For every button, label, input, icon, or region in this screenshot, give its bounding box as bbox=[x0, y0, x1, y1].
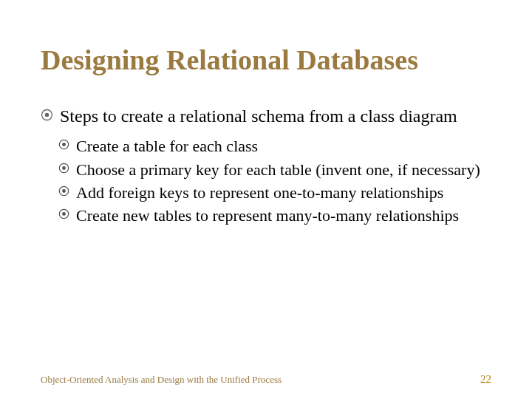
bullet-text: Create new tables to represent many-to-m… bbox=[76, 206, 459, 225]
target-bullet-icon bbox=[41, 109, 53, 121]
target-bullet-icon bbox=[58, 185, 69, 197]
bullet-level2: Add foreign keys to represent one-to-man… bbox=[58, 183, 491, 203]
bullet-text: Add foreign keys to represent one-to-man… bbox=[76, 183, 443, 202]
bullet-level2: Create new tables to represent many-to-m… bbox=[58, 205, 491, 226]
svg-point-1 bbox=[45, 112, 49, 116]
slide: Designing Relational Databases Steps to … bbox=[0, 0, 532, 399]
slide-footer: Object-Oriented Analysis and Design with… bbox=[41, 373, 491, 386]
svg-point-7 bbox=[62, 189, 66, 193]
slide-title: Designing Relational Databases bbox=[41, 44, 491, 77]
bullet-text: Steps to create a relational schema from… bbox=[60, 106, 457, 126]
svg-point-3 bbox=[62, 143, 66, 147]
svg-point-9 bbox=[62, 212, 66, 216]
bullet-text: Choose a primary key for each table (inv… bbox=[76, 160, 480, 179]
bullet-text: Create a table for each class bbox=[76, 137, 258, 155]
bullet-level2: Create a table for each class bbox=[58, 136, 491, 157]
target-bullet-icon bbox=[58, 163, 69, 174]
target-bullet-icon bbox=[58, 208, 69, 219]
bullet-level2: Choose a primary key for each table (inv… bbox=[58, 160, 491, 180]
bullet-level1: Steps to create a relational schema from… bbox=[41, 105, 491, 128]
svg-point-5 bbox=[62, 166, 66, 170]
page-number: 22 bbox=[480, 373, 491, 386]
target-bullet-icon bbox=[58, 139, 69, 150]
footer-text: Object-Oriented Analysis and Design with… bbox=[41, 374, 282, 386]
